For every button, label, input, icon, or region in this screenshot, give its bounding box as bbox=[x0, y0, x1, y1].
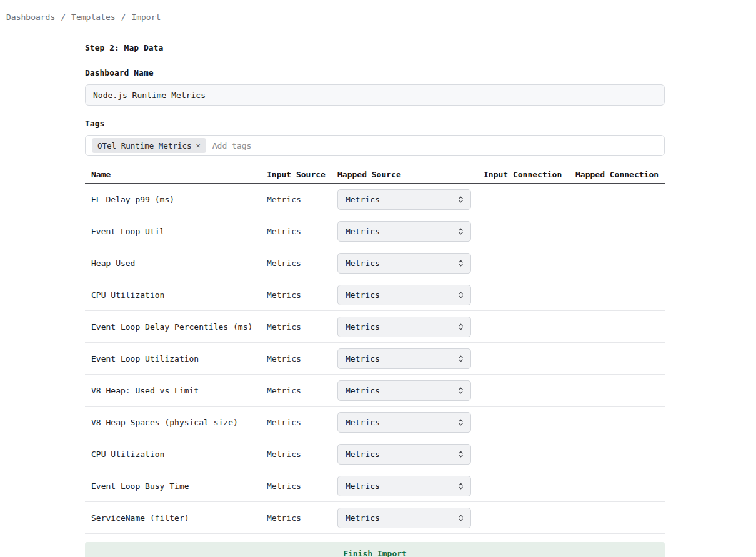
column-header-name: Name bbox=[91, 170, 267, 179]
row-input-source: Metrics bbox=[267, 290, 337, 300]
tags-label: Tags bbox=[85, 119, 665, 128]
table-row: EL Delay p99 (ms) Metrics Metrics bbox=[85, 184, 665, 215]
column-header-mapped-connection: Mapped Connection bbox=[575, 170, 665, 179]
mapped-source-select[interactable]: Metrics bbox=[337, 189, 471, 210]
row-name: V8 Heap Spaces (physical size) bbox=[91, 418, 267, 427]
mapped-source-select-value: Metrics bbox=[346, 322, 380, 332]
row-name: CPU Utilization bbox=[91, 450, 267, 459]
table-row: Heap Used Metrics Metrics bbox=[85, 247, 665, 279]
row-mapped-source-cell: Metrics bbox=[337, 253, 484, 274]
row-mapped-source-cell: Metrics bbox=[337, 317, 484, 337]
table-row: ServiceName (filter) Metrics Metrics bbox=[85, 502, 665, 534]
mapped-source-select[interactable]: Metrics bbox=[337, 444, 471, 465]
chevrons-up-down-icon bbox=[457, 482, 465, 490]
tags-input-container[interactable]: OTel Runtime Metrics ✕ bbox=[85, 135, 665, 156]
remove-tag-icon[interactable]: ✕ bbox=[196, 142, 201, 149]
table-row: Event Loop Delay Percentiles (ms) Metric… bbox=[85, 311, 665, 343]
row-input-source: Metrics bbox=[267, 354, 337, 363]
step-title: Step 2: Map Data bbox=[85, 43, 665, 52]
mapped-source-select-value: Metrics bbox=[346, 418, 380, 427]
mapped-source-select[interactable]: Metrics bbox=[337, 508, 471, 528]
mapped-source-select-value: Metrics bbox=[346, 513, 380, 523]
column-header-input-source: Input Source bbox=[267, 170, 337, 179]
mapped-source-select[interactable]: Metrics bbox=[337, 317, 471, 337]
tag-chip: OTel Runtime Metrics ✕ bbox=[92, 138, 206, 153]
mapped-source-select-value: Metrics bbox=[346, 227, 380, 236]
chevrons-up-down-icon bbox=[457, 291, 465, 299]
mapped-source-select[interactable]: Metrics bbox=[337, 380, 471, 401]
row-input-source: Metrics bbox=[267, 513, 337, 523]
chevrons-up-down-icon bbox=[457, 355, 465, 363]
finish-import-button[interactable]: Finish Import bbox=[85, 542, 665, 557]
chevrons-up-down-icon bbox=[457, 418, 465, 426]
breadcrumb-separator: / bbox=[121, 12, 126, 22]
mapped-source-select-value: Metrics bbox=[346, 481, 380, 491]
mapped-source-select[interactable]: Metrics bbox=[337, 221, 471, 242]
row-mapped-source-cell: Metrics bbox=[337, 444, 484, 465]
chevrons-up-down-icon bbox=[457, 450, 465, 458]
dashboard-name-label: Dashboard Name bbox=[85, 68, 665, 77]
table-row: CPU Utilization Metrics Metrics bbox=[85, 279, 665, 311]
chevrons-up-down-icon bbox=[457, 387, 465, 395]
row-mapped-source-cell: Metrics bbox=[337, 508, 484, 528]
mapped-source-select[interactable]: Metrics bbox=[337, 285, 471, 305]
mapped-source-select-value: Metrics bbox=[346, 290, 380, 300]
row-input-source: Metrics bbox=[267, 450, 337, 459]
breadcrumb-item-dashboards[interactable]: Dashboards bbox=[6, 12, 55, 22]
tag-chip-label: OTel Runtime Metrics bbox=[97, 141, 192, 150]
row-name: Event Loop Busy Time bbox=[91, 481, 267, 491]
row-mapped-source-cell: Metrics bbox=[337, 476, 484, 496]
mapped-source-select[interactable]: Metrics bbox=[337, 348, 471, 369]
row-mapped-source-cell: Metrics bbox=[337, 412, 484, 433]
row-input-source: Metrics bbox=[267, 227, 337, 236]
table-row: Event Loop Busy Time Metrics Metrics bbox=[85, 470, 665, 502]
add-tags-input[interactable] bbox=[212, 141, 658, 150]
row-mapped-source-cell: Metrics bbox=[337, 380, 484, 401]
row-input-source: Metrics bbox=[267, 481, 337, 491]
dashboard-name-input[interactable] bbox=[85, 84, 665, 106]
row-name: ServiceName (filter) bbox=[91, 513, 267, 523]
table-body: EL Delay p99 (ms) Metrics Metrics Event … bbox=[85, 184, 665, 534]
breadcrumb-item-import: Import bbox=[131, 12, 161, 22]
breadcrumb: Dashboards / Templates / Import bbox=[0, 0, 756, 22]
column-header-input-connection: Input Connection bbox=[484, 170, 575, 179]
row-mapped-source-cell: Metrics bbox=[337, 285, 484, 305]
row-name: EL Delay p99 (ms) bbox=[91, 195, 267, 204]
table-row: V8 Heap: Used vs Limit Metrics Metrics bbox=[85, 375, 665, 407]
import-step-panel: Step 2: Map Data Dashboard Name Tags OTe… bbox=[85, 43, 665, 557]
mapped-source-select[interactable]: Metrics bbox=[337, 253, 471, 274]
row-name: Event Loop Delay Percentiles (ms) bbox=[91, 322, 267, 332]
row-input-source: Metrics bbox=[267, 195, 337, 204]
table-row: Event Loop Utilization Metrics Metrics bbox=[85, 343, 665, 375]
row-name: V8 Heap: Used vs Limit bbox=[91, 386, 267, 395]
row-mapped-source-cell: Metrics bbox=[337, 348, 484, 369]
mapped-source-select-value: Metrics bbox=[346, 259, 380, 268]
mapped-source-select-value: Metrics bbox=[346, 450, 380, 459]
chevrons-up-down-icon bbox=[457, 323, 465, 331]
mapping-table: Name Input Source Mapped Source Input Co… bbox=[85, 166, 665, 534]
mapped-source-select-value: Metrics bbox=[346, 386, 380, 395]
row-name: CPU Utilization bbox=[91, 290, 267, 300]
breadcrumb-item-templates[interactable]: Templates bbox=[71, 12, 115, 22]
table-row: Event Loop Util Metrics Metrics bbox=[85, 215, 665, 247]
chevrons-up-down-icon bbox=[457, 195, 465, 204]
row-name: Heap Used bbox=[91, 259, 267, 268]
table-header-row: Name Input Source Mapped Source Input Co… bbox=[85, 166, 665, 184]
row-mapped-source-cell: Metrics bbox=[337, 221, 484, 242]
row-input-source: Metrics bbox=[267, 259, 337, 268]
chevrons-up-down-icon bbox=[457, 514, 465, 522]
row-input-source: Metrics bbox=[267, 322, 337, 332]
mapped-source-select[interactable]: Metrics bbox=[337, 412, 471, 433]
row-name: Event Loop Utilization bbox=[91, 354, 267, 363]
row-name: Event Loop Util bbox=[91, 227, 267, 236]
table-row: CPU Utilization Metrics Metrics bbox=[85, 438, 665, 470]
row-mapped-source-cell: Metrics bbox=[337, 189, 484, 210]
mapped-source-select-value: Metrics bbox=[346, 195, 380, 204]
mapped-source-select[interactable]: Metrics bbox=[337, 476, 471, 496]
row-input-source: Metrics bbox=[267, 386, 337, 395]
chevrons-up-down-icon bbox=[457, 227, 465, 235]
breadcrumb-separator: / bbox=[61, 12, 66, 22]
row-input-source: Metrics bbox=[267, 418, 337, 427]
column-header-mapped-source: Mapped Source bbox=[337, 170, 484, 179]
chevrons-up-down-icon bbox=[457, 259, 465, 267]
